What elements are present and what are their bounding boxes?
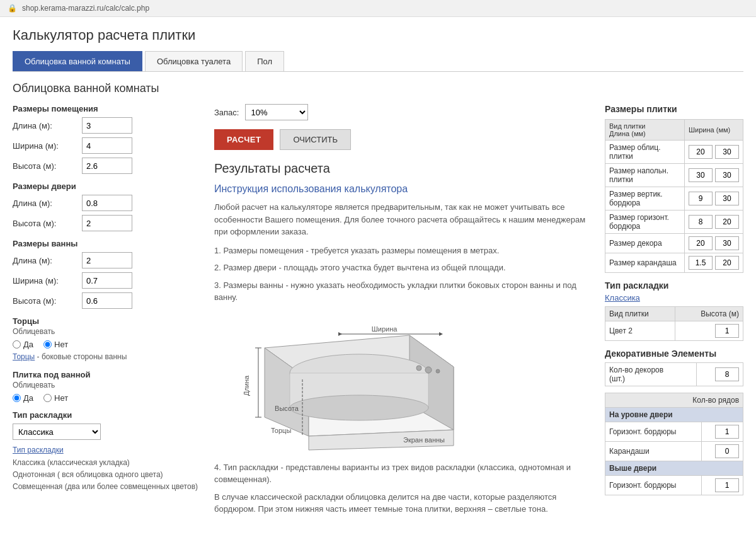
torcy-desc: - боковые стороны ванны (35, 352, 127, 361)
tile-row-1-val2[interactable] (715, 168, 739, 182)
svg-text:Торцы: Торцы (271, 427, 291, 434)
door-height-input[interactable] (82, 215, 132, 231)
right-panel: Размеры плитки Вид плиткиДлина (мм) Шири… (605, 104, 743, 521)
dekor-title: Декоративные Элементы (605, 349, 743, 359)
tile-row-3-inputs (685, 210, 743, 234)
tabs-container: Облицовка ванной комнаты Облицовка туале… (13, 51, 743, 72)
torcy-net-label[interactable]: Нет (43, 340, 68, 349)
tile-row-0-label: Размер облиц. плитки (605, 141, 685, 164)
torcy-link[interactable]: Торцы (13, 352, 35, 361)
plitka-title: Плитка под ванной (13, 370, 202, 379)
bath-height-input[interactable] (82, 292, 132, 309)
vid-row-1-input[interactable] (715, 324, 739, 338)
tile-row-1-val1[interactable] (689, 168, 713, 182)
kol-row-0-0-val (702, 422, 743, 442)
clear-button[interactable]: ОЧИСТИТЬ (280, 129, 351, 150)
door-length-row: Длина (м): (13, 195, 202, 211)
room-height-label: Высота (м): (13, 161, 82, 171)
tip-list-item-1: Классика (классическая укладка) (13, 457, 202, 469)
tip-section: Тип раскладки Классика Однотонная Совмещ… (13, 410, 202, 493)
svg-text:Длина: Длина (243, 375, 250, 396)
kol-section-0-header: На уровне двери (605, 408, 743, 422)
torcy-section: Торцы Облицевать Да Нет Торцы - боковые … (13, 316, 202, 361)
kol-table: Кол-во рядов На уровне двери Горизонт. б… (605, 393, 743, 495)
tip-link[interactable]: Тип раскладки (13, 446, 64, 454)
bath-width-input[interactable] (82, 272, 132, 289)
plitka-section: Плитка под ванной Облицевать Да Нет (13, 370, 202, 403)
room-width-input[interactable] (82, 137, 132, 154)
dekor-table: Кол-во декоров(шт.) (605, 362, 743, 386)
room-length-input[interactable] (82, 117, 132, 134)
zapas-row: Запас: 5% 10% 15% 20% (214, 104, 592, 120)
tile-row-4-inputs (685, 234, 743, 253)
torcy-net-radio[interactable] (43, 340, 52, 349)
tab-toilet[interactable]: Облицовка туалета (145, 51, 243, 71)
torcy-da-radio[interactable] (13, 340, 21, 349)
tile-row-4-label: Размер декора (605, 234, 685, 253)
btn-row: РАСЧЕТ ОЧИСТИТЬ (214, 129, 592, 150)
tab-bathroom[interactable]: Облицовка ванной комнаты (13, 51, 142, 71)
kol-row-0-0-input[interactable] (715, 425, 739, 439)
kol-section-1-header: Выше двери (605, 461, 743, 476)
svg-text:Высота: Высота (275, 405, 299, 412)
tip-rakladki-link[interactable]: Классика (605, 293, 640, 303)
kol-row-0-1-input[interactable] (715, 444, 739, 458)
torcy-da-text: Да (23, 340, 33, 349)
tile-row-5-val1[interactable] (689, 256, 713, 270)
plitka-net-label[interactable]: Нет (43, 393, 68, 403)
tile-row-2-val1[interactable] (689, 192, 713, 205)
raschet-button[interactable]: РАСЧЕТ (214, 129, 273, 150)
door-length-label: Длина (м): (13, 199, 82, 208)
left-panel: Размеры помещения Длина (м): Ширина (м):… (13, 104, 202, 521)
tile-row-3-val1[interactable] (689, 215, 713, 229)
kol-row-1-0-input[interactable] (715, 478, 739, 492)
tile-row-1: Размер напольн. плитки (605, 164, 743, 187)
plitka-da-text: Да (23, 393, 33, 403)
tile-row-4-val2[interactable] (715, 236, 739, 250)
tile-row-3: Размер горизонт. бордюра (605, 210, 743, 234)
tile-row-1-label: Размер напольн. плитки (605, 164, 685, 187)
tile-row-3-val2[interactable] (715, 215, 739, 229)
instruction-item-4: 4. Тип раскладки - представлены варианты… (214, 461, 592, 486)
tile-row-0-inputs (685, 141, 743, 164)
kol-row-1-0-val (702, 476, 743, 495)
tile-row-1-inputs (685, 164, 743, 187)
tile-row-0-val2[interactable] (715, 145, 739, 159)
svg-point-8 (416, 366, 421, 371)
col-shirina-header: Ширина (мм) (685, 120, 743, 141)
tile-row-2: Размер вертик. бордюра (605, 187, 743, 210)
tip-title: Тип раскладки (13, 410, 202, 420)
torcy-da-label[interactable]: Да (13, 340, 33, 349)
torcy-net-text: Нет (54, 340, 68, 349)
plitka-net-radio[interactable] (43, 394, 52, 402)
dekor-label: Кол-во декоров(шт.) (605, 363, 697, 386)
tip-select[interactable]: Классика Однотонная Совмещенная (13, 424, 101, 440)
kol-row-1-0-label: Горизонт. бордюры (605, 476, 702, 495)
door-length-input[interactable] (82, 195, 132, 211)
bath-width-label: Ширина (м): (13, 276, 82, 285)
tile-row-5-val2[interactable] (715, 256, 739, 270)
browser-bar: 🔒 shop.kerama-marazzi.ru/calc/calc.php (0, 0, 756, 17)
kol-row-0-0-label: Горизонт. бордюры (605, 422, 702, 442)
bath-length-input[interactable] (82, 252, 132, 268)
torcy-title: Торцы (13, 316, 202, 326)
tab-floor[interactable]: Пол (245, 51, 284, 71)
bath-length-row: Длина (м): (13, 252, 202, 268)
dekor-input[interactable] (715, 367, 739, 381)
tile-row-4-val1[interactable] (689, 236, 713, 250)
dekor-row: Кол-во декоров(шт.) (605, 363, 743, 386)
result-title: Результаты расчета (214, 161, 592, 176)
browser-url: shop.kerama-marazzi.ru/calc/calc.php (22, 4, 149, 13)
svg-point-9 (436, 369, 440, 373)
tile-row-2-val2[interactable] (715, 192, 739, 205)
svg-point-6 (290, 395, 428, 420)
room-height-input[interactable] (82, 158, 132, 174)
zapas-select[interactable]: 5% 10% 15% 20% (245, 104, 308, 120)
tile-row-0-val1[interactable] (689, 145, 713, 159)
bath-length-label: Длина (м): (13, 256, 82, 265)
kol-row-0-0: Горизонт. бордюры (605, 422, 743, 442)
door-height-label: Высота (м): (13, 219, 82, 228)
dekor-val (696, 363, 743, 386)
plitka-da-label[interactable]: Да (13, 393, 33, 403)
plitka-da-radio[interactable] (13, 394, 21, 402)
